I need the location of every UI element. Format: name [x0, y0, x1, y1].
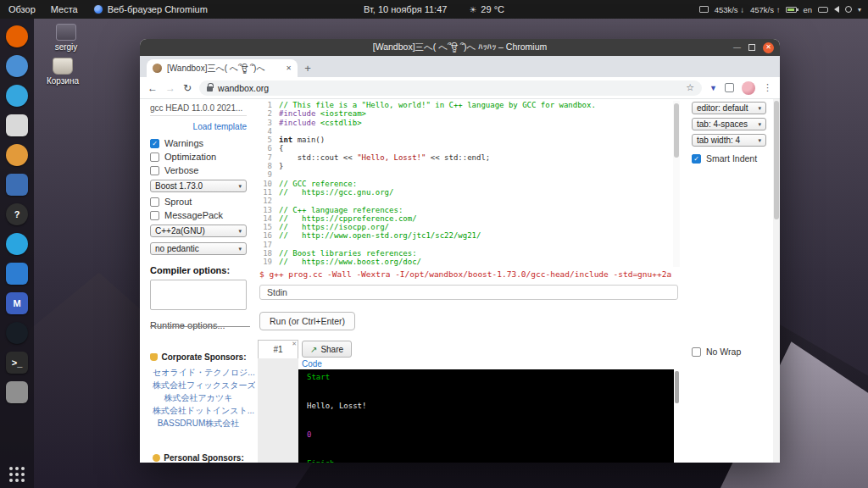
desktop-icon-home[interactable]: sergiy: [39, 24, 93, 52]
new-tab-button[interactable]: +: [298, 59, 318, 77]
stdin-input[interactable]: Stdin: [259, 285, 678, 300]
extension-icon[interactable]: ▼: [709, 84, 717, 92]
line-number: 18: [258, 249, 279, 258]
reload-button[interactable]: ↻: [183, 82, 192, 94]
line-number: 2: [258, 109, 279, 118]
checkbox-verbose[interactable]: Verbose: [150, 164, 247, 177]
page-scrollbar[interactable]: [773, 99, 780, 463]
select-c-2a-gnu[interactable]: C++2a(GNU)▾: [150, 225, 247, 237]
dock-vscode-icon[interactable]: [6, 263, 28, 285]
corporate-sponsor-link[interactable]: 株式会社アカツキ: [153, 391, 244, 404]
trash-icon: [53, 58, 73, 75]
address-bar[interactable]: wandbox.org ☆: [199, 80, 702, 96]
checkbox-warnings-box[interactable]: ✓: [150, 139, 159, 148]
corporate-sponsor-link[interactable]: 株式会社ドットインスト...: [153, 404, 244, 417]
tab-close-icon[interactable]: ✕: [286, 64, 292, 72]
page-scrollbar-thumb[interactable]: [774, 101, 779, 219]
editor-line: 9: [258, 170, 680, 179]
editor-scrollbar-thumb[interactable]: [674, 103, 679, 158]
checkbox-smart-indent[interactable]: ✓Smart Indent: [692, 152, 766, 165]
back-button[interactable]: ←: [147, 82, 158, 94]
select-tab-4-spaces[interactable]: tab: 4-spaces▾: [692, 118, 766, 130]
checkbox-warnings[interactable]: ✓Warnings: [150, 136, 247, 150]
checkbox-sprout[interactable]: Sprout: [150, 195, 247, 208]
weather-indicator[interactable]: ☀ 29 °C: [469, 4, 504, 14]
system-menu-chevron-icon[interactable]: ▾: [858, 6, 861, 14]
select-boost-1-73-0-value: Boost 1.73.0: [155, 181, 203, 191]
checkbox-optimization[interactable]: Optimization: [150, 150, 247, 164]
places-menu[interactable]: Места: [51, 4, 78, 14]
code-link[interactable]: Code: [298, 358, 680, 369]
compiler-options-input[interactable]: [150, 280, 247, 310]
keyboard-icon: [818, 7, 828, 13]
no-wrap-slot: No Wrap: [692, 345, 766, 358]
corporate-sponsor-link[interactable]: セオライド・テクノロジ...: [153, 366, 244, 379]
dock-tweaks-icon[interactable]: [6, 381, 28, 403]
profile-avatar[interactable]: [742, 81, 755, 95]
extensions-puzzle-icon[interactable]: [725, 83, 734, 92]
maximize-button[interactable]: [748, 44, 755, 51]
runtime-options-toggle[interactable]: Runtime options...: [150, 320, 247, 330]
result-tab-close-icon[interactable]: ✕: [292, 341, 297, 347]
checkbox-messagepack-box[interactable]: [150, 211, 159, 220]
wandbox-page: gcc HEAD 11.0.0 2021... Load template ✓W…: [140, 99, 780, 463]
result-tab-1[interactable]: #1 ✕: [258, 340, 298, 358]
select-no-pedantic[interactable]: no pedantic▾: [150, 242, 247, 255]
line-number: 9: [258, 170, 279, 179]
corporate-sponsor-link[interactable]: 株式会社フィックスターズ: [153, 379, 244, 391]
net-speed-down: 453k/s ↓: [715, 5, 744, 14]
corporate-sponsor-link[interactable]: BASSDRUM株式会社: [153, 417, 244, 430]
bookmark-star-icon[interactable]: ☆: [686, 82, 694, 93]
checkbox-optimization-box[interactable]: [150, 152, 159, 162]
checkbox-messagepack[interactable]: MessagePack: [150, 208, 247, 222]
browser-window: [Wandbox]三へ( へ՞ਊ ՞)へ ﾊｯﾊｯ – Chromium — ✕…: [140, 39, 780, 463]
dock-browser-blue-icon[interactable]: [6, 55, 28, 77]
checkbox-sprout-box[interactable]: [150, 197, 159, 207]
checkbox-no-wrap[interactable]: No Wrap: [692, 345, 766, 358]
show-applications-button[interactable]: [8, 465, 26, 484]
select-tab-width-4[interactable]: tab width: 4▾: [692, 134, 766, 147]
activities-button[interactable]: Обзор: [8, 4, 36, 14]
dock-files-icon[interactable]: [6, 114, 28, 136]
dock-steam-icon[interactable]: [6, 322, 28, 344]
dock-documents-icon[interactable]: [6, 174, 28, 196]
app-menu[interactable]: Веб-браузер Chromium: [93, 4, 208, 14]
close-button[interactable]: ✕: [763, 42, 774, 53]
line-number: 11: [258, 188, 279, 197]
line-number: 16: [258, 231, 279, 240]
dock: ?M>_: [0, 19, 34, 488]
battery-fill: [787, 8, 794, 11]
desktop-icon-trash[interactable]: Корзина: [36, 58, 90, 86]
checkbox-sprout-label: Sprout: [164, 197, 192, 207]
select-editor-default[interactable]: editor: default▾: [692, 102, 766, 114]
select-boost-1-73-0[interactable]: Boost 1.73.0▾: [150, 180, 247, 192]
dock-terminal-icon[interactable]: >_: [6, 352, 28, 374]
dock-help-icon[interactable]: ?: [6, 203, 28, 225]
load-template-link[interactable]: Load template: [193, 122, 247, 131]
editor-line: 13// C++ language references:: [258, 206, 680, 214]
share-button[interactable]: ↗ Share: [302, 341, 352, 358]
dock-wandbox-app-icon[interactable]: M: [6, 292, 28, 314]
terminal-scrollbar-thumb[interactable]: [675, 371, 679, 403]
forward-button[interactable]: →: [165, 82, 175, 94]
browser-tab[interactable]: [Wandbox]三へ( へ՞ਊ ՞)へ ✕: [147, 59, 298, 77]
checkbox-smart-indent-box[interactable]: ✓: [692, 154, 701, 164]
browser-toolbar: ← → ↻ wandbox.org ☆ ▼ ⋮: [140, 77, 780, 99]
editor-scrollbar[interactable]: [673, 101, 680, 267]
selected-compiler[interactable]: gcc HEAD 11.0.0 2021...: [150, 102, 247, 116]
code-editor[interactable]: 1// This file is a "Hello, world!" in C+…: [258, 101, 680, 267]
dock-messenger-icon[interactable]: [6, 233, 28, 255]
window-titlebar[interactable]: [Wandbox]三へ( へ՞ਊ ՞)へ ﾊｯﾊｯ – Chromium — ✕: [140, 39, 780, 56]
dock-telegram-icon[interactable]: [6, 85, 28, 107]
checkbox-verbose-box[interactable]: [150, 166, 159, 175]
run-button[interactable]: Run (or Ctrl+Enter): [259, 312, 355, 330]
terminal-scrollbar[interactable]: [674, 369, 680, 463]
browser-menu-icon[interactable]: ⋮: [763, 82, 772, 93]
dock-software-icon[interactable]: [6, 144, 28, 166]
checkbox-no-wrap-box[interactable]: [692, 347, 701, 357]
keyboard-layout-indicator[interactable]: en: [803, 5, 812, 14]
dock-firefox-icon[interactable]: [6, 25, 28, 47]
clock[interactable]: Вт, 10 ноября 11:47: [364, 4, 447, 14]
select-tab-width-4-value: tab width: 4: [697, 136, 740, 145]
minimize-button[interactable]: —: [733, 44, 741, 52]
